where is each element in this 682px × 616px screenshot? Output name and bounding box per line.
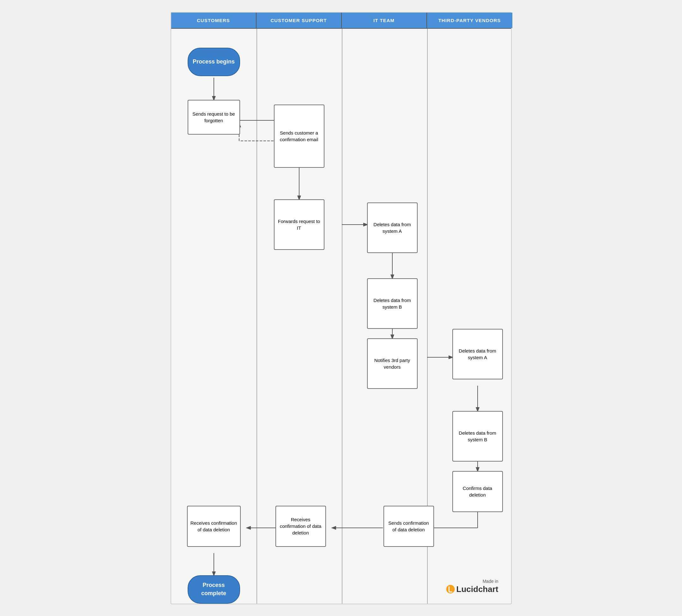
deletes-b-vendor-node: Deletes data from system B [452,411,503,461]
notifies-vendors-node: Notifies 3rd party vendors [367,338,417,389]
process-begins-node: Process begins [188,48,240,76]
lane-divider-2 [342,29,342,604]
forwards-request-node: Forwards request to IT [274,199,324,250]
lane-divider-1 [256,29,257,604]
lucid-logo: Made in Lucidchart [446,579,498,594]
confirms-deletion-node: Confirms data deletion [452,471,503,512]
header-customers: CUSTOMERS [171,13,256,28]
diagram-body: Process begins Sends request to be forgo… [171,29,511,604]
deletes-a-it-node: Deletes data from system A [367,203,417,253]
process-complete-node: Process complete [188,575,240,604]
header-vendors: THIRD-PARTY VENDORS [427,13,513,28]
sends-confirmation-node: Sends confirmation of data deletion [384,506,434,547]
header-support: CUSTOMER SUPPORT [256,13,342,28]
lucid-icon [446,585,455,594]
header-it: IT TEAM [342,13,427,28]
deletes-a-vendor-node: Deletes data from system A [452,329,503,380]
receives-confirmation-support-node: Receives confirmation of data deletion [275,506,326,547]
header-row: CUSTOMERS CUSTOMER SUPPORT IT TEAM THIRD… [171,13,511,29]
lucid-brand-label: Lucidchart [456,585,498,594]
brand-text: Lucidchart [446,585,498,594]
diagram-wrapper: CUSTOMERS CUSTOMER SUPPORT IT TEAM THIRD… [170,12,512,604]
sends-confirmation-email-node: Sends customer a confirmation email [274,105,324,168]
made-in-text: Made in [446,579,498,584]
receives-confirmation-customer-node: Receives confirmation of data deletion [187,506,241,547]
sends-request-node: Sends request to be forgotten [188,100,240,135]
deletes-b-it-node: Deletes data from system B [367,278,417,329]
